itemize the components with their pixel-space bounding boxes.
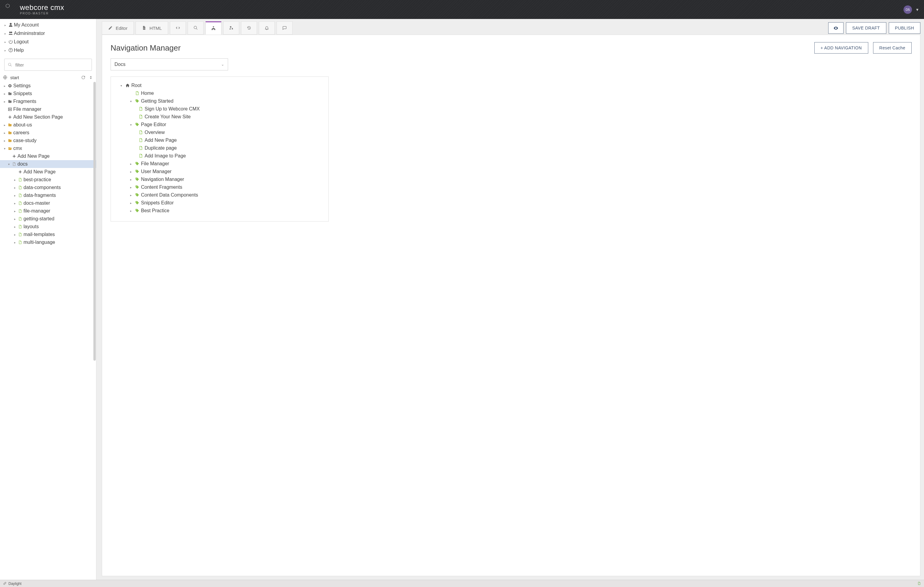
filter-input[interactable] xyxy=(4,59,92,71)
tree-row[interactable]: Add New Page xyxy=(0,152,96,160)
expander-icon[interactable]: ▸ xyxy=(128,194,133,197)
reset-cache-button[interactable]: Reset Cache xyxy=(873,42,912,54)
tab-userlock[interactable] xyxy=(223,21,239,35)
save-draft-button[interactable]: SAVE DRAFT xyxy=(846,22,886,34)
nav-tree-label: Sign Up to Webcore CMX xyxy=(145,106,200,112)
nav-tree-row[interactable]: ▾ Getting Started xyxy=(116,97,323,105)
tree-row[interactable]: ▸ file-manager xyxy=(0,207,96,215)
nav-tree-row[interactable]: ▸ File Manager xyxy=(116,160,323,168)
expander-icon[interactable]: ▾ xyxy=(7,163,11,166)
tree-row[interactable]: ▸ best-practice xyxy=(0,176,96,184)
expander-icon[interactable]: ▸ xyxy=(13,186,17,189)
statusbar: Daylight xyxy=(0,580,924,587)
user-menu-caret-icon[interactable]: ▾ xyxy=(916,7,919,12)
expander-icon[interactable]: ▸ xyxy=(128,201,133,205)
expander-icon[interactable]: ▸ xyxy=(13,178,17,181)
nav-tree-row[interactable]: ▾ Page Editor xyxy=(116,121,323,128)
expander-icon[interactable]: ▸ xyxy=(128,209,133,212)
tree-row[interactable]: ▸ layouts xyxy=(0,223,96,230)
nav-tree-row[interactable]: ▸ Snippets Editor xyxy=(116,199,323,207)
nav-tree-row[interactable]: Home xyxy=(116,89,323,97)
nav-tree-row[interactable]: ▸ Content Data Components xyxy=(116,191,323,199)
expander-icon[interactable]: ▸ xyxy=(2,84,7,87)
nav-tree-row[interactable]: Sign Up to Webcore CMX xyxy=(116,105,323,113)
nav-tree-row[interactable]: Add New Page xyxy=(116,136,323,144)
sidebar-top-item[interactable]: ▸ Admininstrator xyxy=(0,29,96,38)
expander-icon[interactable]: ▸ xyxy=(128,170,133,173)
nav-tree-row[interactable]: Add Image to Page xyxy=(116,152,323,160)
expander-icon[interactable]: ▸ xyxy=(13,194,17,197)
nav-tree-row[interactable]: ▸ Best Practice xyxy=(116,207,323,215)
tab-bell[interactable] xyxy=(259,21,275,35)
expander-icon[interactable]: ▸ xyxy=(128,162,133,166)
tree-row[interactable]: Add New Page xyxy=(0,168,96,176)
tag-icon xyxy=(133,208,141,214)
expander-icon[interactable]: ▾ xyxy=(128,123,133,127)
tree-row[interactable]: ▸ mail-templates xyxy=(0,230,96,238)
tab-search[interactable] xyxy=(188,21,204,35)
expander-icon[interactable]: ▸ xyxy=(2,139,7,142)
nav-tree-row[interactable]: ▸ Content Fragments xyxy=(116,183,323,191)
nav-tree-row[interactable]: Overview xyxy=(116,128,323,136)
sort-icon[interactable] xyxy=(89,75,93,80)
sidebar-top-label: Help xyxy=(14,48,93,53)
expander-icon[interactable]: ▸ xyxy=(13,209,17,213)
expander-icon[interactable]: ▾ xyxy=(2,147,7,150)
expander-icon[interactable]: ▸ xyxy=(13,233,17,236)
nav-tree-row[interactable]: ▾ Root xyxy=(116,82,323,89)
nav-tree-row[interactable]: ▸ Navigation Manager xyxy=(116,176,323,183)
expander-icon[interactable]: ▸ xyxy=(2,92,7,95)
expander-icon[interactable]: ▸ xyxy=(128,186,133,189)
avatar[interactable]: D5 xyxy=(904,5,912,14)
expander-icon[interactable]: ▸ xyxy=(2,100,7,103)
tree-row[interactable]: ▸ data-components xyxy=(0,184,96,191)
navigation-select[interactable]: Docs ⌄ xyxy=(111,58,228,71)
expander-icon[interactable]: ▸ xyxy=(13,241,17,244)
tree-row[interactable]: File manager xyxy=(0,105,96,113)
tab-code[interactable] xyxy=(170,21,186,35)
tag-icon xyxy=(133,99,141,104)
folder-open-icon xyxy=(7,146,13,151)
tree-row[interactable]: ▾ cmx xyxy=(0,145,96,152)
tab-history[interactable] xyxy=(241,21,257,35)
tree-row[interactable]: ▸ data-fragments xyxy=(0,191,96,199)
tree-row[interactable]: ▸ about-us xyxy=(0,121,96,129)
start-row[interactable]: start xyxy=(0,73,96,82)
tree-row-label: cmx xyxy=(13,146,22,151)
tab-comment[interactable] xyxy=(277,21,292,35)
sidebar-top-item[interactable]: ▸ My Account xyxy=(0,21,96,29)
tree-row[interactable]: ▸ multi-language xyxy=(0,238,96,246)
expander-icon[interactable]: ▾ xyxy=(128,100,133,103)
tree-row[interactable]: ▸ docs-master xyxy=(0,199,96,207)
expander-icon[interactable]: ▾ xyxy=(119,84,124,87)
tree-row[interactable]: ▸ Fragments xyxy=(0,97,96,105)
tree-row[interactable]: ▸ Settings xyxy=(0,82,96,90)
expander-icon[interactable]: ▸ xyxy=(128,178,133,181)
tab-sitemap[interactable] xyxy=(205,21,221,35)
refresh-icon[interactable] xyxy=(81,75,86,80)
expander-icon[interactable]: ▸ xyxy=(2,123,7,127)
tree-row[interactable]: Add New Section Page xyxy=(0,113,96,121)
tree-row[interactable]: ▾ docs xyxy=(0,160,96,168)
tab-editor[interactable]: Editor xyxy=(102,21,134,35)
link-icon xyxy=(3,582,7,586)
publish-button[interactable]: PUBLISH xyxy=(889,22,921,34)
add-navigation-button[interactable]: + ADD NAVIGATION xyxy=(814,42,868,54)
nav-tree-row[interactable]: Duplicate page xyxy=(116,144,323,152)
nav-tree-row[interactable]: Create Your New Site xyxy=(116,113,323,121)
expander-icon[interactable]: ▸ xyxy=(13,225,17,229)
tree-row[interactable]: ▸ case-study xyxy=(0,136,96,145)
nav-tree-row[interactable]: ▸ User Manager xyxy=(116,168,323,176)
preview-button[interactable] xyxy=(828,22,843,34)
sidebar-top-item[interactable]: ▸ Help xyxy=(0,46,96,54)
tree-row[interactable]: ▸ getting-started xyxy=(0,215,96,223)
tree-row[interactable]: ▸ careers xyxy=(0,129,96,136)
expander-icon[interactable]: ▸ xyxy=(13,202,17,205)
expander-icon[interactable]: ▸ xyxy=(13,217,17,220)
tab-html[interactable]: HTML xyxy=(135,21,168,35)
scrollbar[interactable] xyxy=(93,82,96,580)
tree-row[interactable]: ▸ Snippets xyxy=(0,90,96,97)
sidebar-top-item[interactable]: ▸ Logout xyxy=(0,38,96,46)
nav-tree-label: User Manager xyxy=(141,169,172,174)
expander-icon[interactable]: ▸ xyxy=(2,131,7,135)
